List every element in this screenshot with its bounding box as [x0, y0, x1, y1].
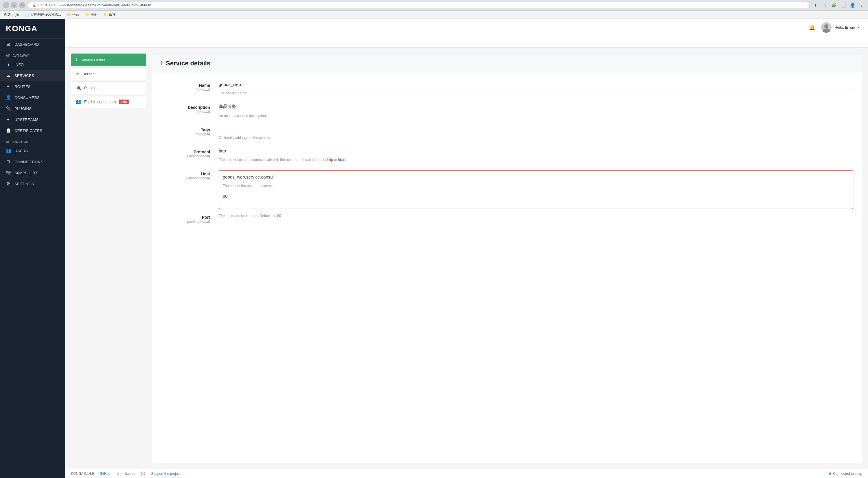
bookmark-baidu[interactable]: 📄 百度翻译-200种语... — [24, 11, 62, 18]
app-header: 🔔 Hello, lishuo ▾ — [65, 19, 868, 36]
http-link[interactable]: http — [327, 158, 333, 162]
sidebar-item-certificates[interactable]: 📋 CERTIFICATES — [0, 125, 65, 136]
plugins-icon: 🔌 — [6, 106, 11, 111]
host-value: goods_web.service.consul — [223, 174, 849, 182]
issues-icon: ⚠ — [116, 472, 120, 476]
reload-button[interactable]: ↻ — [19, 2, 26, 8]
https-link[interactable]: https — [338, 158, 345, 162]
bookmark-google[interactable]: G Google — [3, 12, 20, 18]
left-panel-plugins[interactable]: 🔌 Plugins — [71, 81, 146, 94]
users-icon: 👥 — [6, 148, 11, 153]
host-value-col: goods_web.service.consul The host of the… — [219, 170, 853, 211]
sidebar-item-services[interactable]: ☁ SERVICES — [0, 70, 65, 81]
left-panel-routes[interactable]: ✦ Routes — [71, 67, 146, 80]
status-text: Connected to shop — [833, 472, 862, 476]
tags-hint: Optionally add tags to the service — [219, 136, 853, 140]
settings-icon: ⚙ — [6, 181, 11, 186]
extensions-icon[interactable]: 🧩 — [830, 2, 837, 9]
port-label-col: Port (semi-optional) — [161, 214, 219, 224]
lock-icon: 🔒 — [32, 3, 36, 7]
avatar — [821, 22, 832, 33]
app-footer: KONGA 0.14.9 GitHub ⚠ Issues 💬 Support t… — [65, 469, 868, 478]
description-field: Description (optional) 商品服务 An optional … — [161, 104, 853, 118]
protocol-value-col: http The protocol used to communicate wi… — [219, 149, 853, 162]
bookmark-manual[interactable]: 📁 手册 — [84, 11, 99, 18]
description-label-col: Description (optional) — [161, 104, 219, 118]
browser-controls: ‹ › ↻ — [3, 2, 26, 8]
notification-button[interactable]: 🔔 — [809, 24, 815, 31]
url-text: 127.0.0.1:1337/#!/services/2661aefc-8d52… — [38, 3, 151, 7]
sidebar-item-connections[interactable]: ⊡ CONNECTIONS — [0, 156, 65, 167]
footer-right: Connected to shop — [829, 472, 862, 476]
host-highlighted-box: goods_web.service.consul The host of the… — [219, 170, 853, 209]
profile-icon[interactable]: 👤 — [849, 2, 856, 9]
content-body: ℹ Service Details ✦ Routes 🔌 Plugins 👥 E… — [65, 48, 868, 469]
description-value-col: 商品服务 An optional service description. — [219, 104, 853, 118]
routes-lp-icon: ✦ — [76, 71, 80, 76]
dashboard-icon: ⊞ — [6, 42, 11, 47]
bookmark-platform[interactable]: 📁 平台 — [66, 11, 81, 18]
certificates-icon: 📋 — [6, 128, 11, 133]
name-field: Name (optional) goods_web The service na… — [161, 82, 853, 95]
protocol-hint: The protocol used to communicate with th… — [219, 158, 853, 162]
sidebar-item-plugins[interactable]: 🔌 PLUGINS — [0, 103, 65, 114]
sidebar-item-routes[interactable]: ✦ ROUTES — [0, 81, 65, 92]
status-dot — [829, 473, 831, 475]
bookmarks-bar: G Google 📄 百度翻译-200种语... 📁 平台 📁 手册 📁 杂项 — [0, 11, 868, 19]
host-hint: The host of the upstream server. — [223, 184, 849, 188]
plugins-lp-icon: 🔌 — [76, 85, 81, 90]
tab-icon[interactable]: ⬜ — [840, 2, 846, 9]
cloud-icon: ☁ — [6, 73, 11, 78]
port-value: 80 — [223, 194, 228, 201]
bookmark-icon[interactable]: ☆ — [821, 2, 828, 9]
connections-icon: ⊡ — [6, 159, 11, 164]
left-panel: ℹ Service Details ✦ Routes 🔌 Plugins 👥 E… — [71, 54, 146, 463]
bookmark-misc[interactable]: 📁 杂项 — [102, 11, 117, 18]
sidebar-logo: KONGA — [0, 19, 65, 39]
left-panel-service-details[interactable]: ℹ Service Details — [71, 54, 146, 66]
port-hint: The upstream server port. Defaults to 80 — [219, 214, 853, 218]
logo-text: KONGA — [6, 24, 59, 33]
description-value: 商品服务 — [219, 104, 853, 112]
eligible-consumers-icon: 👥 — [76, 99, 81, 104]
service-details-title: Service details — [166, 60, 210, 67]
download-icon[interactable]: ⬇ — [812, 2, 819, 9]
tags-field: Tags (optional) Optionally add tags to t… — [161, 126, 853, 140]
google-icon: G — [4, 13, 7, 17]
protocol-label-col: Protocol (semi-optional) — [161, 149, 219, 162]
sidebar-item-upstreams[interactable]: ✦ UPSTREAMS — [0, 114, 65, 125]
forward-button[interactable]: › — [11, 2, 18, 8]
browser-chrome: ‹ › ↻ 🔒 127.0.0.1:1337/#!/services/2661a… — [0, 0, 868, 11]
app-layout: KONGA ⊞ DASHBOARD API GATEWAY ℹ INFO ☁ S… — [0, 19, 868, 478]
sidebar-item-info[interactable]: ℹ INFO — [0, 59, 65, 70]
github-link[interactable]: GitHub — [99, 472, 110, 476]
version-text: KONGA 0.14.9 — [71, 472, 94, 476]
issues-link[interactable]: Issues — [125, 472, 135, 476]
sidebar-item-consumers[interactable]: 👤 CONSUMERS — [0, 92, 65, 103]
snapshots-icon: 📷 — [6, 170, 11, 176]
back-button[interactable]: ‹ — [3, 2, 9, 8]
support-link[interactable]: Support the project — [151, 472, 180, 476]
application-label: APPLICATION — [0, 136, 65, 145]
address-bar[interactable]: 🔒 127.0.0.1:1337/#!/services/2661aefc-8d… — [28, 2, 810, 8]
service-details-header-icon: ℹ — [161, 60, 163, 67]
port-default-link[interactable]: 80 — [277, 214, 281, 218]
user-info[interactable]: Hello, lishuo ▾ — [821, 22, 859, 33]
consumers-icon: 👤 — [6, 95, 11, 100]
host-field: Host (semi-optional) goods_web.service.c… — [161, 170, 853, 211]
sidebar-item-dashboard[interactable]: ⊞ DASHBOARD — [0, 39, 65, 50]
left-panel-eligible-consumers[interactable]: 👥 Eligible consumers beta — [71, 95, 146, 108]
upstreams-icon: ✦ — [6, 117, 11, 122]
header-actions: 🔔 Hello, lishuo ▾ — [809, 22, 859, 33]
menu-icon[interactable]: ⋮ — [858, 2, 865, 9]
browser-actions: ⬇ ☆ 🧩 ⬜ 👤 ⋮ — [812, 2, 865, 9]
name-hint: The service name. — [219, 91, 853, 95]
sidebar-item-settings[interactable]: ⚙ SETTINGS — [0, 178, 65, 189]
routes-icon: ✦ — [6, 84, 11, 89]
tags-label-col: Tags (optional) — [161, 126, 219, 140]
sidebar-item-users[interactable]: 👥 USERS — [0, 145, 65, 156]
sidebar-item-snapshots[interactable]: 📷 SNAPSHOTS — [0, 167, 65, 178]
sidebar: KONGA ⊞ DASHBOARD API GATEWAY ℹ INFO ☁ S… — [0, 19, 65, 478]
protocol-value: http — [219, 149, 853, 156]
folder-icon: 📁 — [67, 13, 71, 17]
